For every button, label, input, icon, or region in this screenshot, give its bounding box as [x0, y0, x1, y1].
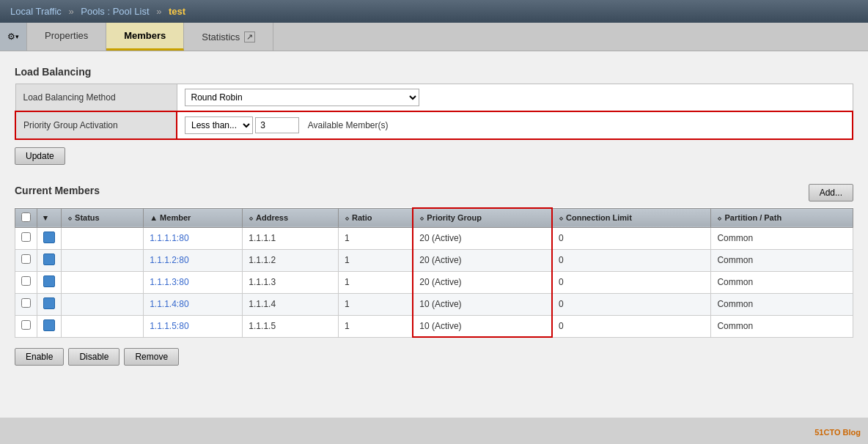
row-checkbox-cell[interactable] [15, 293, 37, 315]
row-status-icon-cell [37, 249, 62, 271]
table-header-row: ▾ ⬦ Status ▲ Member ⬦ Address ⬦ Ratio ⬦ … [15, 208, 853, 227]
row-member-cell[interactable]: 1.1.1.2:80 [144, 249, 243, 271]
member-link[interactable]: 1.1.1.3:80 [150, 277, 188, 287]
ratio-header[interactable]: ⬦ Ratio [338, 208, 413, 227]
row-status-cell [62, 271, 144, 293]
priority-group-activation-row: Priority Group Activation Disabled Less … [15, 111, 853, 139]
top-bar: Local Traffic » Pools : Pool List » test [0, 0, 868, 23]
external-link-icon: ↗ [244, 32, 255, 42]
partition-sort-icon: ⬦ [717, 213, 722, 222]
row-priority-group-cell: 20 (Active) [413, 271, 552, 293]
row-address-cell: 1.1.1.2 [243, 249, 339, 271]
enable-button[interactable]: Enable [15, 348, 64, 366]
member-link[interactable]: 1.1.1.1:80 [150, 233, 188, 243]
load-balancing-method-row: Load Balancing Method Round Robin Least … [15, 84, 853, 112]
load-balancing-section-title: Load Balancing [15, 63, 853, 78]
row-member-cell[interactable]: 1.1.1.3:80 [144, 271, 243, 293]
member-link[interactable]: 1.1.1.5:80 [150, 321, 188, 331]
load-balancing-method-value-cell: Round Robin Least Connections Fastest Ob… [177, 84, 853, 112]
update-button[interactable]: Update [15, 147, 65, 165]
filter-header: ▾ [37, 208, 62, 227]
priority-sort-icon: ⬦ [419, 213, 424, 222]
priority-operator-select[interactable]: Disabled Less than... [185, 116, 253, 134]
row-ratio-cell: 1 [338, 227, 413, 249]
breadcrumb-pool-list[interactable]: Pools : Pool List [81, 6, 149, 17]
members-section-header: Current Members Add... [15, 180, 853, 201]
member-link[interactable]: 1.1.1.2:80 [150, 255, 188, 265]
row-connection-limit-cell: 0 [552, 227, 711, 249]
row-checkbox-cell[interactable] [15, 249, 37, 271]
row-checkbox[interactable] [21, 298, 31, 308]
status-icon [43, 254, 55, 265]
breadcrumb-local-traffic[interactable]: Local Traffic [10, 6, 62, 17]
priority-group-activation-label: Priority Group Activation [15, 111, 177, 139]
row-member-cell[interactable]: 1.1.1.5:80 [144, 315, 243, 337]
table-row: 1.1.1.5:80 1.1.1.5 1 10 (Active) 0 Commo… [15, 315, 853, 337]
row-member-cell[interactable]: 1.1.1.4:80 [144, 293, 243, 315]
row-priority-group-cell: 20 (Active) [413, 227, 552, 249]
table-row: 1.1.1.1:80 1.1.1.1 1 20 (Active) 0 Commo… [15, 227, 853, 249]
tab-statistics[interactable]: Statistics ↗ [184, 23, 273, 51]
ratio-sort-icon: ⬦ [345, 213, 350, 222]
row-checkbox[interactable] [21, 276, 31, 286]
row-ratio-cell: 1 [338, 249, 413, 271]
load-balancing-method-label: Load Balancing Method [15, 84, 177, 112]
priority-group-header[interactable]: ⬦ Priority Group [413, 208, 552, 227]
row-priority-group-cell: 10 (Active) [413, 315, 552, 337]
row-status-cell [62, 315, 144, 337]
row-partition-path-cell: Common [711, 227, 853, 249]
current-members-title: Current Members [15, 185, 100, 196]
priority-value-input[interactable] [255, 117, 299, 133]
row-checkbox[interactable] [21, 254, 31, 264]
status-icon [43, 319, 55, 331]
row-address-cell: 1.1.1.3 [243, 271, 339, 293]
table-row: 1.1.1.4:80 1.1.1.4 1 10 (Active) 0 Commo… [15, 293, 853, 315]
row-checkbox[interactable] [21, 232, 31, 242]
tab-statistics-label: Statistics [202, 32, 240, 42]
load-balancing-form: Load Balancing Method Round Robin Least … [15, 84, 853, 140]
row-address-cell: 1.1.1.4 [243, 293, 339, 315]
member-header[interactable]: ▲ Member [144, 208, 243, 227]
row-address-cell: 1.1.1.5 [243, 315, 339, 337]
row-member-cell[interactable]: 1.1.1.1:80 [144, 227, 243, 249]
tab-properties[interactable]: Properties [27, 23, 106, 51]
row-status-cell [62, 293, 144, 315]
row-connection-limit-cell: 0 [552, 315, 711, 337]
table-row: 1.1.1.3:80 1.1.1.3 1 20 (Active) 0 Commo… [15, 271, 853, 293]
bottom-button-bar: Enable Disable Remove [15, 344, 853, 366]
row-status-cell [62, 227, 144, 249]
breadcrumb-current: test [169, 6, 185, 17]
select-all-checkbox-header[interactable] [15, 208, 37, 227]
add-button[interactable]: Add... [809, 184, 853, 201]
status-sort-icon: ⬦ [67, 213, 73, 222]
row-checkbox[interactable] [21, 320, 31, 330]
row-priority-group-cell: 20 (Active) [413, 249, 552, 271]
connection-limit-header[interactable]: ⬦ Connection Limit [552, 208, 711, 227]
member-link[interactable]: 1.1.1.4:80 [150, 299, 188, 309]
row-checkbox-cell[interactable] [15, 271, 37, 293]
dropdown-icon: ▾ [15, 33, 19, 40]
row-checkbox-cell[interactable] [15, 315, 37, 337]
tab-gear[interactable]: ⚙ ▾ [0, 23, 27, 51]
gear-icon: ⚙ [7, 32, 15, 42]
row-priority-group-cell: 10 (Active) [413, 293, 552, 315]
member-sort-icon: ▲ [150, 213, 158, 222]
tab-members[interactable]: Members [106, 23, 184, 51]
partition-path-header[interactable]: ⬦ Partition / Path [711, 208, 853, 227]
address-header[interactable]: ⬦ Address [243, 208, 339, 227]
row-status-icon-cell [37, 315, 62, 337]
row-status-cell [62, 249, 144, 271]
row-partition-path-cell: Common [711, 293, 853, 315]
load-balancing-method-select[interactable]: Round Robin Least Connections Fastest Ob… [185, 89, 419, 106]
status-icon [43, 275, 55, 287]
row-checkbox-cell[interactable] [15, 227, 37, 249]
connection-limit-sort-icon: ⬦ [559, 213, 564, 222]
status-header[interactable]: ⬦ Status [62, 208, 144, 227]
tab-bar: ⚙ ▾ Properties Members Statistics ↗ [0, 23, 868, 51]
row-connection-limit-cell: 0 [552, 249, 711, 271]
select-all-checkbox[interactable] [21, 212, 31, 222]
disable-button[interactable]: Disable [68, 348, 119, 366]
main-content: Load Balancing Load Balancing Method Rou… [0, 51, 868, 418]
priority-group-activation-cell: Disabled Less than... Available Member(s… [177, 111, 853, 139]
remove-button[interactable]: Remove [124, 348, 179, 366]
